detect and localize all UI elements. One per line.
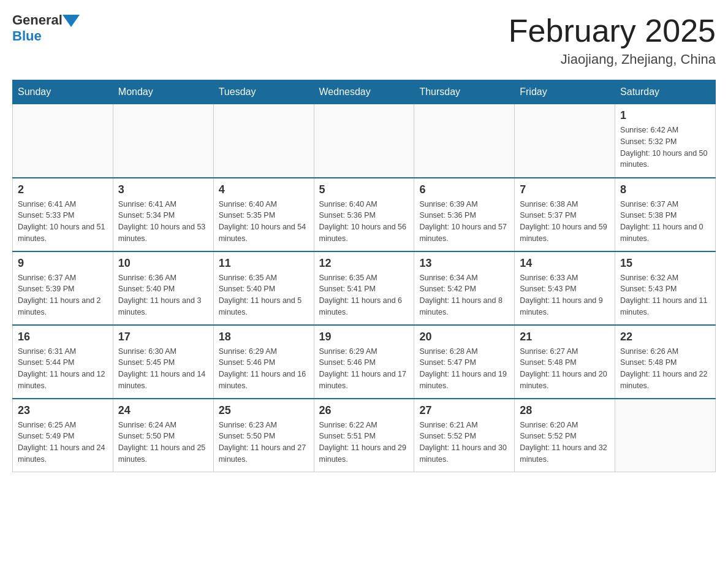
table-row: 20Sunrise: 6:28 AM Sunset: 5:47 PM Dayli… [414, 325, 515, 399]
table-row [113, 104, 213, 178]
table-row: 28Sunrise: 6:20 AM Sunset: 5:52 PM Dayli… [515, 399, 615, 472]
table-row: 21Sunrise: 6:27 AM Sunset: 5:48 PM Dayli… [515, 325, 615, 399]
day-info: Sunrise: 6:33 AM Sunset: 5:43 PM Dayligh… [520, 272, 610, 318]
table-row [414, 104, 515, 178]
table-row: 11Sunrise: 6:35 AM Sunset: 5:40 PM Dayli… [213, 251, 314, 325]
day-number: 14 [520, 257, 610, 270]
table-row [314, 104, 414, 178]
table-row: 23Sunrise: 6:25 AM Sunset: 5:49 PM Dayli… [13, 399, 113, 472]
day-number: 10 [118, 257, 208, 270]
header-friday: Friday [515, 80, 615, 104]
table-row: 4Sunrise: 6:40 AM Sunset: 5:35 PM Daylig… [213, 178, 314, 251]
table-row [615, 399, 716, 472]
header-saturday: Saturday [615, 80, 716, 104]
day-info: Sunrise: 6:38 AM Sunset: 5:37 PM Dayligh… [520, 199, 610, 245]
day-number: 27 [419, 404, 509, 417]
day-number: 20 [419, 331, 509, 343]
table-row: 16Sunrise: 6:31 AM Sunset: 5:44 PM Dayli… [13, 325, 113, 399]
day-info: Sunrise: 6:30 AM Sunset: 5:45 PM Dayligh… [118, 346, 208, 392]
day-number: 13 [419, 257, 509, 270]
day-info: Sunrise: 6:28 AM Sunset: 5:47 PM Dayligh… [419, 346, 509, 392]
day-number: 24 [118, 404, 208, 417]
day-info: Sunrise: 6:41 AM Sunset: 5:34 PM Dayligh… [118, 199, 208, 245]
day-number: 25 [219, 404, 309, 417]
day-number: 16 [18, 331, 108, 343]
header-tuesday: Tuesday [213, 80, 314, 104]
table-row: 1Sunrise: 6:42 AM Sunset: 5:32 PM Daylig… [615, 104, 716, 178]
day-info: Sunrise: 6:20 AM Sunset: 5:52 PM Dayligh… [520, 419, 610, 465]
table-row: 7Sunrise: 6:38 AM Sunset: 5:37 PM Daylig… [515, 178, 615, 251]
weekday-header-row: Sunday Monday Tuesday Wednesday Thursday… [13, 80, 716, 104]
calendar-row: 9Sunrise: 6:37 AM Sunset: 5:39 PM Daylig… [13, 251, 716, 325]
table-row: 25Sunrise: 6:23 AM Sunset: 5:50 PM Dayli… [213, 399, 314, 472]
day-info: Sunrise: 6:39 AM Sunset: 5:36 PM Dayligh… [419, 199, 509, 245]
header-thursday: Thursday [414, 80, 515, 104]
day-info: Sunrise: 6:32 AM Sunset: 5:43 PM Dayligh… [620, 272, 710, 318]
day-info: Sunrise: 6:22 AM Sunset: 5:51 PM Dayligh… [319, 419, 409, 465]
day-number: 17 [118, 331, 208, 343]
day-number: 21 [520, 331, 610, 343]
header-wednesday: Wednesday [314, 80, 414, 104]
day-info: Sunrise: 6:36 AM Sunset: 5:40 PM Dayligh… [118, 272, 208, 318]
table-row [213, 104, 314, 178]
day-info: Sunrise: 6:27 AM Sunset: 5:48 PM Dayligh… [520, 346, 610, 392]
table-row: 15Sunrise: 6:32 AM Sunset: 5:43 PM Dayli… [615, 251, 716, 325]
table-row: 27Sunrise: 6:21 AM Sunset: 5:52 PM Dayli… [414, 399, 515, 472]
day-info: Sunrise: 6:21 AM Sunset: 5:52 PM Dayligh… [419, 419, 509, 465]
day-number: 12 [319, 257, 409, 270]
table-row: 14Sunrise: 6:33 AM Sunset: 5:43 PM Dayli… [515, 251, 615, 325]
day-number: 9 [18, 257, 108, 270]
calendar-row: 16Sunrise: 6:31 AM Sunset: 5:44 PM Dayli… [13, 325, 716, 399]
day-info: Sunrise: 6:29 AM Sunset: 5:46 PM Dayligh… [319, 346, 409, 392]
page-header: General Blue February 2025 Jiaojiang, Zh… [12, 12, 716, 67]
logo-text-blue: Blue [12, 28, 42, 44]
day-info: Sunrise: 6:35 AM Sunset: 5:41 PM Dayligh… [319, 272, 409, 318]
day-info: Sunrise: 6:25 AM Sunset: 5:49 PM Dayligh… [18, 419, 108, 465]
header-sunday: Sunday [13, 80, 113, 104]
day-number: 7 [520, 183, 610, 196]
table-row: 2Sunrise: 6:41 AM Sunset: 5:33 PM Daylig… [13, 178, 113, 251]
table-row: 5Sunrise: 6:40 AM Sunset: 5:36 PM Daylig… [314, 178, 414, 251]
day-number: 1 [620, 109, 710, 122]
logo: General Blue [12, 12, 80, 44]
logo-text-general: General [12, 12, 63, 28]
calendar-row: 2Sunrise: 6:41 AM Sunset: 5:33 PM Daylig… [13, 178, 716, 251]
day-number: 15 [620, 257, 710, 270]
table-row [515, 104, 615, 178]
calendar-table: Sunday Monday Tuesday Wednesday Thursday… [12, 80, 716, 472]
month-title: February 2025 [509, 12, 716, 49]
table-row: 12Sunrise: 6:35 AM Sunset: 5:41 PM Dayli… [314, 251, 414, 325]
day-info: Sunrise: 6:23 AM Sunset: 5:50 PM Dayligh… [219, 419, 309, 465]
day-info: Sunrise: 6:29 AM Sunset: 5:46 PM Dayligh… [219, 346, 309, 392]
table-row: 24Sunrise: 6:24 AM Sunset: 5:50 PM Dayli… [113, 399, 213, 472]
day-number: 22 [620, 331, 710, 343]
day-info: Sunrise: 6:24 AM Sunset: 5:50 PM Dayligh… [118, 419, 208, 465]
logo-triangle-icon [63, 15, 80, 27]
day-info: Sunrise: 6:26 AM Sunset: 5:48 PM Dayligh… [620, 346, 710, 392]
day-info: Sunrise: 6:34 AM Sunset: 5:42 PM Dayligh… [419, 272, 509, 318]
day-info: Sunrise: 6:31 AM Sunset: 5:44 PM Dayligh… [18, 346, 108, 392]
day-number: 6 [419, 183, 509, 196]
calendar-row: 23Sunrise: 6:25 AM Sunset: 5:49 PM Dayli… [13, 399, 716, 472]
table-row: 9Sunrise: 6:37 AM Sunset: 5:39 PM Daylig… [13, 251, 113, 325]
day-info: Sunrise: 6:42 AM Sunset: 5:32 PM Dayligh… [620, 124, 710, 170]
day-number: 19 [319, 331, 409, 343]
day-info: Sunrise: 6:40 AM Sunset: 5:35 PM Dayligh… [219, 199, 309, 245]
day-number: 26 [319, 404, 409, 417]
day-number: 8 [620, 183, 710, 196]
day-number: 5 [319, 183, 409, 196]
day-number: 18 [219, 331, 309, 343]
day-info: Sunrise: 6:37 AM Sunset: 5:38 PM Dayligh… [620, 199, 710, 245]
table-row: 17Sunrise: 6:30 AM Sunset: 5:45 PM Dayli… [113, 325, 213, 399]
day-number: 4 [219, 183, 309, 196]
table-row: 13Sunrise: 6:34 AM Sunset: 5:42 PM Dayli… [414, 251, 515, 325]
header-monday: Monday [113, 80, 213, 104]
table-row: 19Sunrise: 6:29 AM Sunset: 5:46 PM Dayli… [314, 325, 414, 399]
table-row: 10Sunrise: 6:36 AM Sunset: 5:40 PM Dayli… [113, 251, 213, 325]
table-row: 18Sunrise: 6:29 AM Sunset: 5:46 PM Dayli… [213, 325, 314, 399]
table-row: 26Sunrise: 6:22 AM Sunset: 5:51 PM Dayli… [314, 399, 414, 472]
day-number: 28 [520, 404, 610, 417]
location: Jiaojiang, Zhejiang, China [509, 52, 716, 67]
table-row: 8Sunrise: 6:37 AM Sunset: 5:38 PM Daylig… [615, 178, 716, 251]
table-row: 22Sunrise: 6:26 AM Sunset: 5:48 PM Dayli… [615, 325, 716, 399]
